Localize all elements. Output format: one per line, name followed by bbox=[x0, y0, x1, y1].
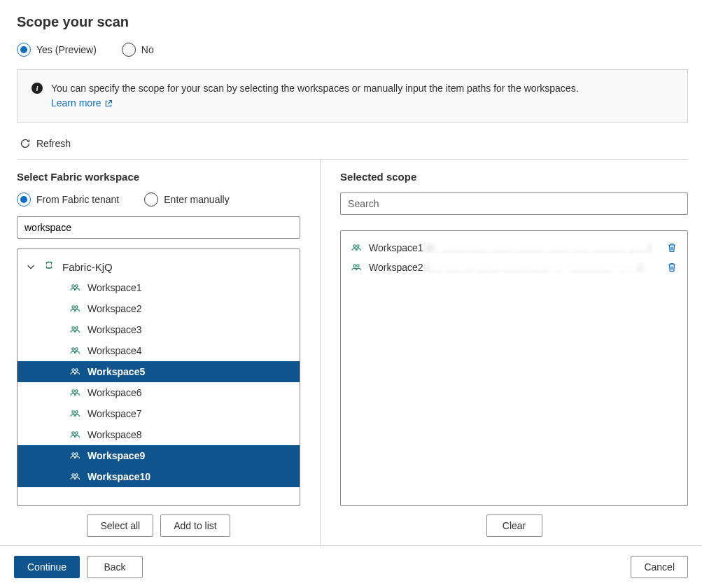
workspace-icon bbox=[69, 345, 80, 356]
svg-point-4 bbox=[72, 327, 75, 330]
tenant-node[interactable]: Fabric-KjQ bbox=[17, 256, 300, 277]
svg-point-0 bbox=[72, 285, 75, 288]
workspace-item-label: Workspace3 bbox=[87, 324, 142, 335]
svg-point-14 bbox=[72, 432, 75, 435]
workspace-item[interactable]: Workspace7 bbox=[17, 403, 300, 424]
svg-point-20 bbox=[353, 245, 356, 248]
cancel-button[interactable]: Cancel bbox=[631, 556, 688, 578]
preview-yes-radio[interactable]: Yes (Preview) bbox=[17, 43, 97, 57]
selected-scope-item: Workspace2 (__ ___ _. ____ ____.___.. _ … bbox=[351, 258, 678, 277]
select-all-button[interactable]: Select all bbox=[87, 514, 153, 537]
open-new-window-icon bbox=[104, 99, 113, 108]
workspace-item[interactable]: Workspace10 bbox=[17, 466, 300, 487]
svg-point-21 bbox=[357, 245, 360, 248]
svg-point-5 bbox=[76, 327, 78, 330]
svg-point-9 bbox=[76, 369, 78, 372]
workspace-item-label: Workspace2 bbox=[87, 303, 142, 314]
selected-scope-list: Workspace1 (c. ________ ____ _____ ___. … bbox=[340, 230, 688, 506]
svg-point-7 bbox=[76, 348, 78, 351]
selected-item-label: Workspace2 (__ ___ _. ____ ____.___.. _ … bbox=[369, 262, 652, 273]
workspace-icon bbox=[69, 408, 80, 419]
selected-scope-title: Selected scope bbox=[340, 171, 688, 183]
workspace-icon bbox=[69, 387, 80, 398]
workspace-item-label: Workspace8 bbox=[87, 429, 142, 440]
workspace-icon bbox=[69, 303, 80, 314]
selected-scope-item: Workspace1 (c. ________ ____ _____ ___. … bbox=[351, 238, 678, 258]
workspace-item[interactable]: Workspace9 bbox=[17, 445, 300, 466]
svg-point-8 bbox=[72, 369, 75, 372]
svg-point-16 bbox=[72, 453, 75, 456]
chevron-down-icon bbox=[26, 262, 36, 272]
delete-icon[interactable] bbox=[666, 262, 678, 273]
page-title: Scope your scan bbox=[17, 14, 688, 30]
tenant-name: Fabric-KjQ bbox=[62, 261, 113, 273]
enter-manually-radio[interactable]: Enter manually bbox=[144, 192, 229, 206]
workspace-icon bbox=[69, 366, 80, 377]
svg-point-19 bbox=[76, 474, 78, 477]
svg-point-6 bbox=[72, 348, 75, 351]
refresh-label: Refresh bbox=[36, 138, 71, 149]
refresh-icon bbox=[20, 138, 31, 149]
svg-point-23 bbox=[357, 265, 360, 267]
workspace-icon bbox=[69, 450, 80, 461]
source-radio-group: From Fabric tenant Enter manually bbox=[17, 192, 300, 206]
workspace-item[interactable]: Workspace1 bbox=[17, 277, 300, 298]
enter-manually-label: Enter manually bbox=[164, 194, 229, 205]
select-workspace-title: Select Fabric workspace bbox=[17, 171, 300, 183]
preview-yes-label: Yes (Preview) bbox=[36, 44, 97, 55]
svg-point-1 bbox=[76, 285, 78, 288]
info-callout: i You can specify the scope for your sca… bbox=[17, 69, 688, 122]
workspace-item[interactable]: Workspace4 bbox=[17, 340, 300, 361]
back-button[interactable]: Back bbox=[87, 556, 143, 578]
workspace-icon bbox=[351, 242, 362, 253]
workspace-icon bbox=[69, 282, 80, 293]
selected-item-label: Workspace1 (c. ________ ____ _____ ___. … bbox=[369, 242, 652, 253]
svg-point-22 bbox=[353, 265, 356, 267]
svg-point-11 bbox=[76, 390, 78, 393]
workspace-tree: Fabric-KjQ Workspace1Workspace2Workspace… bbox=[17, 248, 300, 506]
info-icon: i bbox=[31, 83, 43, 94]
fabric-icon bbox=[43, 260, 55, 273]
svg-point-17 bbox=[76, 453, 78, 456]
workspace-icon bbox=[69, 324, 80, 335]
info-text: You can specify the scope for your scan … bbox=[51, 83, 579, 94]
workspace-icon bbox=[351, 262, 362, 273]
select-workspace-pane: Select Fabric workspace From Fabric tena… bbox=[17, 160, 320, 545]
selected-scope-pane: Selected scope Workspace1 (c. ________ _… bbox=[320, 160, 688, 545]
clear-button[interactable]: Clear bbox=[486, 514, 542, 537]
workspace-item-label: Workspace10 bbox=[87, 471, 150, 482]
workspace-item-label: Workspace5 bbox=[87, 366, 145, 377]
from-tenant-radio[interactable]: From Fabric tenant bbox=[17, 192, 119, 206]
svg-point-12 bbox=[72, 411, 75, 414]
svg-point-15 bbox=[76, 432, 78, 435]
dialog-footer: Continue Back Cancel bbox=[0, 545, 702, 588]
workspace-item-label: Workspace4 bbox=[87, 345, 142, 356]
workspace-icon bbox=[69, 471, 80, 482]
workspace-item[interactable]: Workspace3 bbox=[17, 319, 300, 340]
preview-no-label: No bbox=[141, 44, 154, 55]
preview-radio-group: Yes (Preview) No bbox=[17, 43, 688, 57]
svg-point-2 bbox=[72, 306, 75, 309]
workspace-search-input[interactable] bbox=[17, 216, 300, 239]
workspace-item-label: Workspace1 bbox=[87, 282, 142, 293]
svg-point-18 bbox=[72, 474, 75, 477]
learn-more-label: Learn more bbox=[51, 96, 101, 111]
workspace-item[interactable]: Workspace6 bbox=[17, 382, 300, 403]
workspace-item-label: Workspace6 bbox=[87, 387, 142, 398]
from-tenant-label: From Fabric tenant bbox=[36, 194, 119, 205]
selected-search-input[interactable] bbox=[340, 192, 688, 215]
workspace-item[interactable]: Workspace8 bbox=[17, 424, 300, 445]
workspace-item-label: Workspace9 bbox=[87, 450, 145, 461]
add-to-list-button[interactable]: Add to list bbox=[160, 514, 230, 537]
learn-more-link[interactable]: Learn more bbox=[51, 96, 113, 111]
svg-point-13 bbox=[76, 411, 78, 414]
workspace-item-label: Workspace7 bbox=[87, 408, 142, 419]
delete-icon[interactable] bbox=[666, 242, 678, 253]
continue-button[interactable]: Continue bbox=[14, 556, 80, 578]
workspace-item[interactable]: Workspace2 bbox=[17, 298, 300, 319]
refresh-button[interactable]: Refresh bbox=[17, 134, 688, 159]
workspace-item[interactable]: Workspace5 bbox=[17, 361, 300, 382]
workspace-icon bbox=[69, 429, 80, 440]
svg-point-10 bbox=[72, 390, 75, 393]
preview-no-radio[interactable]: No bbox=[122, 43, 154, 57]
